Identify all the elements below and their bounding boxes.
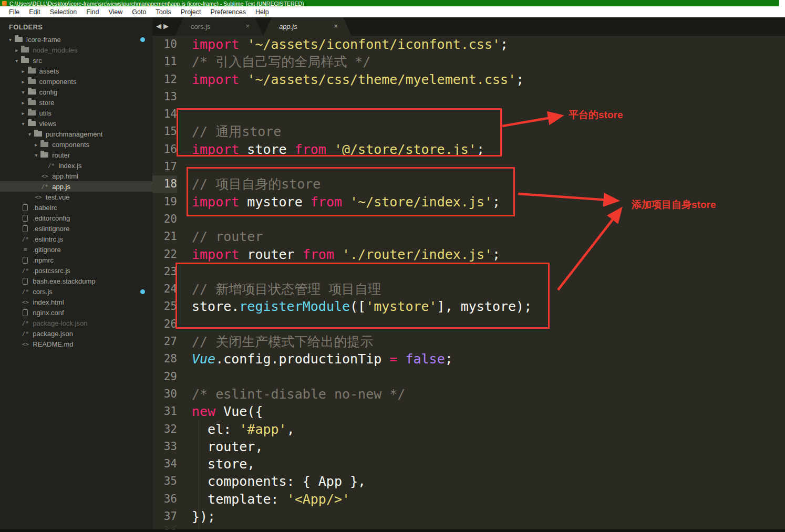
line-number: 37: [152, 508, 177, 525]
sidebar-item-label: utils: [39, 109, 51, 117]
sidebar-item-label: cors.js: [33, 288, 53, 296]
line-number: 33: [152, 438, 177, 455]
sidebar-item-assets[interactable]: ▸assets: [0, 66, 152, 76]
line-number: 19: [152, 193, 177, 211]
sidebar-item--editorconfig[interactable]: .editorconfig: [0, 213, 152, 223]
code-line: 10import '~/assets/iconfont/iconfont.css…: [152, 36, 785, 53]
folder-icon: [15, 37, 23, 42]
sidebar-item-label: app.js: [52, 183, 70, 191]
chevron-right-icon: ▸: [22, 79, 28, 85]
tab-close-icon[interactable]: ×: [245, 22, 250, 30]
tab-close-icon[interactable]: ×: [334, 22, 338, 30]
code-text: store,: [177, 455, 255, 473]
code-text: // 项目自身的store: [177, 175, 321, 193]
code-line: 28Vue.config.productionTip = false;: [152, 350, 785, 368]
plain-file-icon: [23, 225, 28, 232]
sidebar-item-label: config: [39, 88, 58, 96]
menu-item-view[interactable]: View: [104, 7, 127, 17]
sidebar-item-index-js[interactable]: /*index.js: [0, 160, 152, 171]
sidebar-item--gitignore[interactable]: ≡.gitignore: [0, 244, 152, 255]
nav-back-icon[interactable]: ◀: [156, 22, 161, 30]
menu-item-project[interactable]: Project: [176, 7, 206, 17]
sidebar-item-label: bash.exe.stackdump: [33, 277, 95, 285]
line-number: 24: [152, 280, 177, 298]
sidebar-item-components[interactable]: ▸components: [0, 139, 152, 150]
sidebar-item-store[interactable]: ▸store: [0, 97, 152, 108]
menu-item-selection[interactable]: Selection: [45, 7, 81, 17]
line-number: 20: [152, 211, 177, 228]
menu-item-help[interactable]: Help: [251, 7, 274, 17]
line-number: 14: [152, 106, 177, 123]
code-text: [177, 211, 192, 228]
sidebar-item-label: purchmanagement: [46, 130, 102, 138]
sidebar-item-bash-exe-stackdump[interactable]: bash.exe.stackdump: [0, 276, 152, 286]
sidebar-item-icore-frame[interactable]: ▾icore-frame: [0, 34, 152, 45]
sidebar-item-views[interactable]: ▾views: [0, 118, 152, 129]
code-line: 11/* 引入自己写的全局样式 */: [152, 53, 785, 70]
menu-item-preferences[interactable]: Preferences: [206, 7, 251, 17]
nav-forward-icon[interactable]: ▶: [163, 22, 169, 30]
menu-bar: FileEditSelectionFindViewGotoToolsProjec…: [0, 6, 785, 17]
file-tree: ▾icore-frame▸node_modules▾src▸assets▸com…: [0, 34, 152, 349]
sidebar-item-nginx-conf[interactable]: nginx.conf: [0, 307, 152, 318]
sidebar-item-label: .eslintrc.js: [33, 235, 63, 243]
sidebar-item-cors-js[interactable]: /*cors.js: [0, 286, 152, 297]
code-lines: 10import '~/assets/iconfont/iconfont.css…: [152, 36, 785, 529]
code-line: 37});: [152, 508, 785, 525]
code-line: 35 components: { App },: [152, 473, 785, 490]
line-number: 25: [152, 298, 177, 315]
code-text: [177, 368, 192, 385]
folder-icon: [28, 121, 36, 126]
sidebar-item-components[interactable]: ▸components: [0, 76, 152, 87]
sidebar-item-label: .editorconfig: [33, 214, 70, 222]
code-text: components: { App },: [177, 473, 366, 490]
sidebar-item--eslintrc-js[interactable]: /*.eslintrc.js: [0, 234, 152, 244]
sidebar-item--npmrc[interactable]: .npmrc: [0, 255, 152, 265]
plain-file-icon: [23, 257, 28, 264]
sidebar-item--babelrc[interactable]: .babelrc: [0, 202, 152, 213]
menu-item-find[interactable]: Find: [81, 7, 104, 17]
code-text: [177, 106, 192, 123]
sidebar-item--eslintignore[interactable]: .eslintignore: [0, 223, 152, 234]
code-line: 26: [152, 316, 785, 333]
sidebar-item-router[interactable]: ▾router: [0, 150, 152, 160]
menu-item-file[interactable]: File: [4, 7, 24, 17]
markup-file-icon: <>: [21, 341, 29, 348]
menu-item-tools[interactable]: Tools: [151, 7, 175, 17]
sidebar-item-utils[interactable]: ▸utils: [0, 108, 152, 118]
sidebar-item-app-js[interactable]: /*app.js: [0, 181, 152, 192]
sidebar-item-config[interactable]: ▾config: [0, 87, 152, 97]
tab-cors-js[interactable]: cors.js×: [175, 17, 263, 36]
sidebar-item-package-json[interactable]: /*package.json: [0, 328, 152, 339]
line-number: 13: [152, 88, 177, 106]
sidebar-item-test-vue[interactable]: <>test.vue: [0, 192, 152, 202]
code-text: // router: [177, 228, 263, 245]
tab-app-js[interactable]: app.js×: [263, 17, 352, 36]
folder-icon: [40, 142, 48, 147]
code-line: 31new Vue({: [152, 403, 785, 420]
menu-item-edit[interactable]: Edit: [24, 7, 45, 17]
sidebar-item-package-lock-json[interactable]: /*package-lock.json: [0, 318, 152, 328]
js-file-icon: /*: [40, 183, 49, 190]
code-line: 19import mystore from '~/store/index.js'…: [152, 193, 785, 211]
code-text: // 通用store: [177, 123, 281, 140]
sidebar-item-src[interactable]: ▾src: [0, 55, 152, 66]
code-line: 13: [152, 88, 785, 106]
sidebar-item-app-html[interactable]: <>app.html: [0, 171, 152, 181]
sidebar-item-label: src: [33, 57, 42, 65]
plain-file-icon: [23, 215, 28, 222]
code-line: 20: [152, 211, 785, 228]
menu-item-goto[interactable]: Goto: [127, 7, 151, 17]
sidebar-item-readme-md[interactable]: <>README.md: [0, 339, 152, 349]
code-line: 15// 通用store: [152, 123, 785, 140]
line-number: 18: [152, 175, 177, 193]
sidebar-item-node-modules[interactable]: ▸node_modules: [0, 45, 152, 55]
sidebar-item--postcssrc-js[interactable]: /*.postcssrc.js: [0, 265, 152, 276]
code-editor[interactable]: 10import '~/assets/iconfont/iconfont.css…: [152, 36, 785, 529]
sidebar-item-label: nginx.conf: [33, 309, 64, 317]
code-line: 24// 新增项目状态管理 项目自理: [152, 280, 785, 298]
line-number: 34: [152, 455, 177, 473]
sidebar-item-label: components: [39, 78, 77, 86]
sidebar-item-purchmanagement[interactable]: ▾purchmanagement: [0, 129, 152, 139]
sidebar-item-index-html[interactable]: <>index.html: [0, 297, 152, 307]
